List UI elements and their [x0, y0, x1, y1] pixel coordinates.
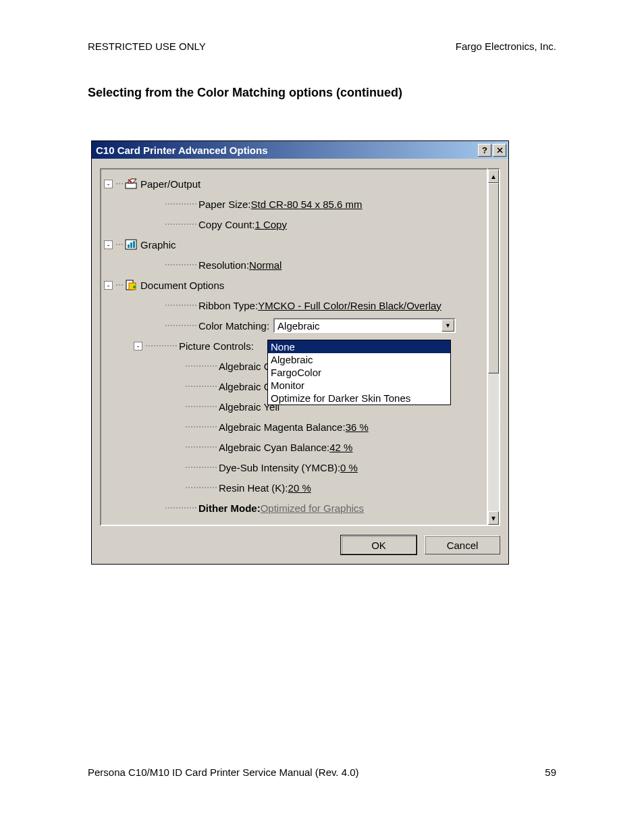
resolution-label: Resolution: [198, 259, 249, 271]
dropdown-option[interactable]: Algebraic [268, 353, 450, 366]
picture-controls-label: Picture Controls: [179, 340, 254, 352]
options-tree[interactable]: - ⋯ Paper/Output ⋯⋯⋯⋯ Paper Size: Std CR… [100, 168, 488, 526]
paper-size-label: Paper Size: [198, 199, 251, 210]
header-left: RESTRICTED USE ONLY [88, 41, 206, 52]
collapse-toggle[interactable]: - [134, 342, 142, 350]
color-matching-combo[interactable]: Algebraic ▼ [273, 318, 456, 333]
dither-mode-label: Dither Mode: [198, 502, 261, 514]
graphic-icon [125, 239, 138, 250]
dropdown-option[interactable]: FargoColor [268, 366, 450, 379]
dye-sub-label: Dye-Sub Intensity (YMCB): [219, 462, 340, 473]
algebraic-cyan-label: Algebraic Cyan Balance: [219, 442, 329, 453]
document-options-icon [125, 280, 138, 290]
resin-heat-label: Resin Heat (K): [219, 482, 288, 494]
scroll-down-icon[interactable]: ▼ [488, 511, 499, 525]
ok-button[interactable]: OK [341, 536, 417, 554]
collapse-toggle[interactable]: - [104, 281, 113, 290]
algebraic-magenta-value[interactable]: 36 % [346, 421, 369, 433]
resolution-value[interactable]: Normal [249, 259, 281, 271]
scroll-thumb[interactable] [488, 183, 499, 373]
svg-rect-0 [126, 183, 136, 188]
svg-rect-2 [128, 244, 130, 248]
color-matching-dropdown[interactable]: None Algebraic FargoColor Monitor Optimi… [267, 340, 451, 405]
kpanel-value[interactable]: No [308, 523, 321, 527]
kpanel-label: K Panel Graphics Mode: [198, 523, 308, 527]
collapse-toggle[interactable]: - [104, 180, 113, 188]
page-number: 59 [545, 766, 556, 778]
algebraic-cyan-value[interactable]: 42 % [329, 442, 352, 453]
svg-point-7 [133, 286, 136, 288]
algebraic-magenta-label: Algebraic Magenta Balance: [219, 421, 346, 433]
close-button[interactable] [493, 144, 506, 157]
titlebar: C10 Card Printer Advanced Options ? [92, 141, 508, 159]
color-matching-label: Color Matching: [198, 320, 269, 332]
section-title: Selecting from the Color Matching option… [88, 86, 556, 100]
paper-output-label: Paper/Output [140, 178, 200, 190]
ribbon-type-label: Ribbon Type: [198, 300, 258, 311]
dialog-title: C10 Card Printer Advanced Options [96, 145, 268, 156]
cancel-button[interactable]: Cancel [425, 536, 500, 554]
ribbon-type-value[interactable]: YMCKO - Full Color/Resin Black/Overlay [258, 300, 441, 311]
advanced-options-dialog: C10 Card Printer Advanced Options ? - ⋯ … [91, 140, 509, 565]
dye-sub-value[interactable]: 0 % [340, 462, 358, 473]
copy-count-value[interactable]: 1 Copy [254, 219, 287, 230]
paper-output-icon [125, 178, 138, 189]
dropdown-option[interactable]: None [268, 340, 450, 353]
resin-heat-value[interactable]: 20 % [288, 482, 311, 494]
scroll-track[interactable] [488, 183, 499, 511]
svg-rect-4 [133, 241, 135, 248]
dropdown-option[interactable]: Monitor [268, 379, 450, 392]
dropdown-option[interactable]: Optimize for Darker Skin Tones [268, 392, 450, 405]
copy-count-label: Copy Count: [198, 219, 254, 230]
collapse-toggle[interactable]: - [104, 240, 113, 249]
vertical-scrollbar[interactable]: ▲ ▼ [488, 168, 500, 526]
dither-mode-value[interactable]: Optimized for Graphics [261, 502, 364, 514]
paper-size-value[interactable]: Std CR-80 54 x 85.6 mm [251, 199, 363, 210]
graphic-label: Graphic [140, 239, 176, 251]
svg-rect-3 [130, 242, 132, 248]
document-options-label: Document Options [140, 280, 224, 291]
dropdown-arrow-icon[interactable]: ▼ [441, 319, 454, 332]
close-icon [497, 147, 503, 153]
color-matching-value: Algebraic [275, 319, 441, 332]
header-right: Fargo Electronics, Inc. [456, 41, 556, 52]
help-button[interactable]: ? [478, 144, 491, 157]
footer-left: Persona C10/M10 ID Card Printer Service … [88, 766, 359, 778]
scroll-up-icon[interactable]: ▲ [488, 170, 499, 183]
